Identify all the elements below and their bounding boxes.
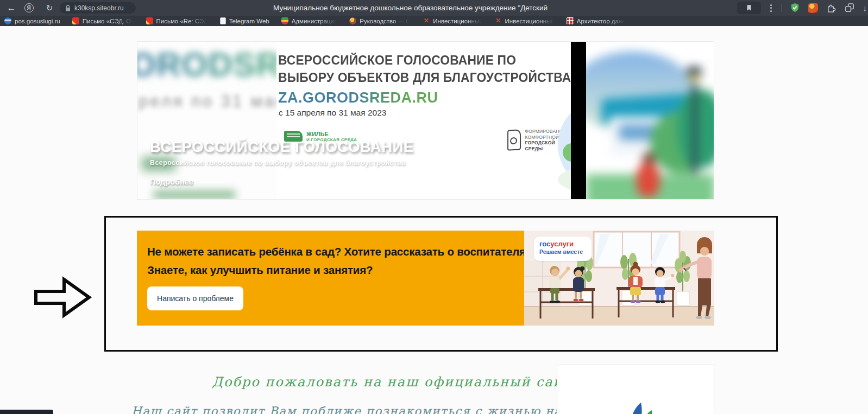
bookmark-label: Архитектор данн (577, 18, 626, 24)
document-icon (220, 17, 226, 24)
podrobnee-link[interactable]: Подробнее (150, 177, 193, 186)
joomla-icon (495, 17, 502, 24)
blurred-slide-text: ORODSRE (137, 45, 276, 84)
pos-question-line2: Знаете, как улучшить питание и занятия? (147, 261, 538, 279)
url-text: k30ksp.siteobr.ru (74, 4, 124, 12)
bookmark-flag-icon (745, 4, 753, 12)
status-tooltip (0, 410, 53, 414)
blurred-slide-date: реля по 31 мая (139, 92, 276, 111)
np-logo-line1: ЖИЛЬЕ (306, 131, 357, 137)
pos-question: Не можете записать ребёнка в сад? Хотите… (147, 243, 538, 279)
annotation-arrow (33, 275, 92, 321)
lock-icon (65, 4, 71, 12)
back-button[interactable]: ← (3, 0, 20, 16)
bookmark-administration[interactable]: Администрация (281, 17, 338, 24)
bookmark-label: Письмо «Re: СЭД (156, 18, 208, 24)
menu-kebab-icon[interactable] (769, 4, 773, 12)
gosuslugi-badge: госуслуги Решаем вместе (534, 237, 592, 261)
profile-button[interactable]: Я (21, 0, 37, 16)
pos-banner[interactable]: Не можете записать ребёнка в сад? Хотите… (137, 231, 714, 326)
slider-current-slide: ВСЕРОССИЙСКОЕ ГОЛОСОВАНИЕ ПО ВЫБОРУ ОБЪЕ… (276, 42, 571, 200)
slider-blurred-left: ORODSRE реля по 31 мая (137, 42, 276, 200)
voting-dates: с 15 апреля по 31 мая 2023 (279, 108, 386, 118)
kindergarten-logo (597, 395, 674, 414)
sidebar-logo-card (557, 365, 714, 414)
refresh-button[interactable]: ↻ (41, 0, 58, 16)
extensions-puzzle-icon[interactable] (826, 3, 836, 13)
bookmarks-bar: pos.gosuslugi.ru Письмо «СЭД. От Письмо … (0, 16, 868, 26)
write-problem-button[interactable]: Написать о проблеме (147, 286, 243, 310)
pos-banner-text-area: Не можете записать ребёнка в сад? Хотите… (137, 231, 524, 326)
page-content: ORODSRE реля по 31 мая ВСЕРОССИЙСКОЕ ГОЛ… (0, 26, 868, 414)
profile-icon: Я (24, 3, 34, 12)
toolbar-divider (781, 4, 782, 12)
address-bar[interactable]: k30ksp.siteobr.ru (60, 2, 136, 14)
gosuslugi-logo-red: услуги (550, 240, 574, 248)
browser-window: ← Я ↻ k30ksp.siteobr.ru Муниципальное бю… (0, 0, 868, 414)
bookmark-label: Руководство — О (360, 18, 411, 24)
reshaem-vmeste-label: Решаем вместе (539, 248, 586, 256)
bookmark-pos-gosuslugi[interactable]: pos.gosuslugi.ru (4, 17, 60, 24)
mail-icon (72, 17, 79, 24)
blurred-illustration (586, 42, 714, 200)
blurred-green-blob (154, 190, 235, 199)
emblem-icon (281, 17, 288, 24)
fkgs-door-icon (507, 129, 521, 151)
mail-icon (146, 17, 153, 24)
bookmark-manual[interactable]: Руководство — О (349, 17, 411, 24)
grid-icon (567, 17, 574, 24)
slider-blurred-right (586, 42, 714, 200)
bookmark-label: Инвестиционный (433, 18, 482, 24)
bookmark-label: Письмо «СЭД. От (83, 18, 134, 24)
page-title-text: Муниципальное бюджетное дошкольное образ… (273, 0, 548, 16)
gosuslugi-logo-blue: гос (539, 240, 550, 248)
slide-headline: ВСЕРОССИЙСКОЕ ГОЛОСОВАНИЕ ПО ВЫБОРУ ОБЪЕ… (278, 52, 571, 86)
browser-toolbar: ← Я ↻ k30ksp.siteobr.ru Муниципальное бю… (0, 0, 868, 16)
toolbar-right-icons: ↓ (737, 0, 868, 16)
bookmark-invest-2[interactable]: Инвестиционный (495, 17, 555, 24)
bookmark-label: Инвестиционный (505, 18, 555, 24)
pos-banner-illustration: госуслуги Решаем вместе (524, 231, 714, 326)
bookmark-flag-button[interactable] (737, 2, 761, 14)
bookmark-invest-1[interactable]: Инвестиционный (423, 17, 482, 24)
bookmark-label: Администрация (292, 18, 338, 24)
slide-overlay-title: ВСЕРОССИЙСКОЕ ГОЛОСОВАНИЕ (150, 138, 414, 156)
protect-shield-icon[interactable] (790, 3, 800, 13)
joomla-icon (423, 17, 430, 24)
bookmark-label: Telegram Web (229, 18, 269, 24)
palette-icon (349, 17, 356, 24)
gosuslugi-favicon (4, 17, 11, 24)
pos-question-line1: Не можете записать ребёнка в сад? Хотите… (147, 243, 538, 261)
bookmark-label: pos.gosuslugi.ru (15, 18, 60, 24)
bookmark-mail-2[interactable]: Письмо «Re: СЭД (146, 17, 208, 24)
headline-line2: ВЫБОРУ ОБЪЕКТОВ ДЛЯ БЛАГОУСТРОЙСТВА (278, 69, 571, 86)
collections-icon[interactable] (845, 3, 855, 13)
voting-site-url: ZA.GORODSREDA.RU (278, 90, 438, 106)
bookmark-architect[interactable]: Архитектор данн (567, 17, 626, 24)
headline-line1: ВСЕРОССИЙСКОЕ ГОЛОСОВАНИЕ ПО (278, 52, 571, 69)
slide-overlay-subtitle: Всероссийское голосование по выбору объе… (150, 159, 406, 167)
hero-slider: ORODSRE реля по 31 мая ВСЕРОССИЙСКОЕ ГОЛ… (137, 41, 714, 200)
download-icon[interactable]: ↓ (863, 3, 867, 12)
bookmark-telegram[interactable]: Telegram Web (220, 17, 269, 24)
extension-icon-red[interactable] (808, 3, 818, 13)
bookmark-mail-1[interactable]: Письмо «СЭД. От (72, 17, 134, 24)
slide-black-divider (571, 42, 586, 200)
